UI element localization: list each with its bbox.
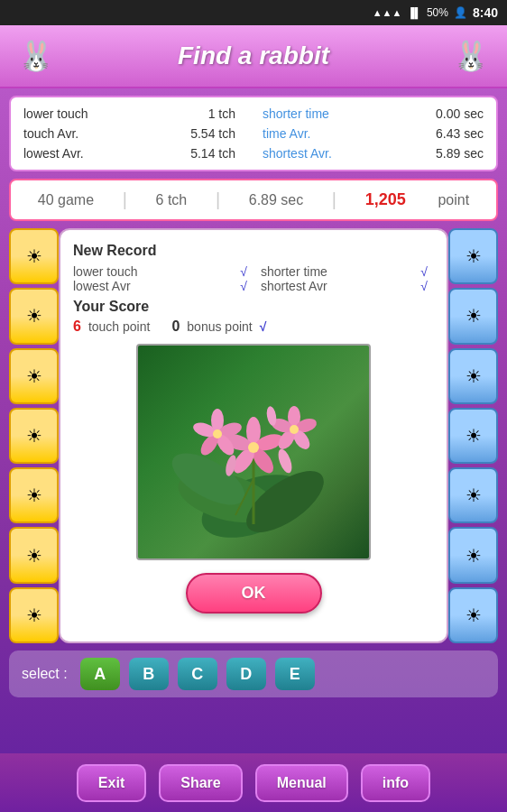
record-lower-touch: lower touch bbox=[73, 264, 234, 279]
right-card-4[interactable]: ☀ bbox=[448, 408, 498, 464]
lower-touch-label: lower touch bbox=[23, 105, 139, 123]
touch-avr-label: touch Avr. bbox=[23, 125, 139, 143]
battery-status: 50% bbox=[427, 6, 448, 19]
share-button[interactable]: Share bbox=[159, 764, 242, 802]
shortest-avr-value: 5.89 sec bbox=[369, 144, 484, 162]
select-btn-c[interactable]: C bbox=[178, 658, 217, 690]
new-record-title: New Record bbox=[73, 243, 434, 259]
page-title: Find a rabbit bbox=[178, 42, 329, 70]
stats-panel: lower touch 1 tch shorter time 0.00 sec … bbox=[9, 96, 498, 171]
select-btn-a[interactable]: A bbox=[80, 658, 120, 690]
bonus-num: 0 bbox=[171, 318, 180, 335]
right-card-2[interactable]: ☀ bbox=[448, 288, 498, 344]
svg-point-23 bbox=[290, 425, 299, 434]
touch-avr-value: 5.54 tch bbox=[139, 125, 254, 143]
your-score-title: Your Score bbox=[73, 299, 434, 315]
svg-point-24 bbox=[276, 448, 295, 475]
right-side-cards: ☀ ☀ ☀ ☀ ☀ ☀ ☀ bbox=[448, 228, 498, 643]
shorter-time-label: shorter time bbox=[254, 105, 369, 123]
header: 🐰 Find a rabbit 🐰 bbox=[0, 25, 507, 88]
select-btn-b[interactable]: B bbox=[129, 658, 169, 690]
right-card-7[interactable]: ☀ bbox=[448, 587, 498, 643]
svg-point-11 bbox=[248, 442, 259, 453]
left-side-cards: ☀ ☀ ☀ ☀ ☀ ☀ ☀ bbox=[9, 228, 59, 643]
record-shortest-avr: shortest Avr bbox=[254, 279, 414, 293]
svg-point-17 bbox=[213, 429, 222, 438]
right-card-3[interactable]: ☀ bbox=[448, 348, 498, 404]
check-shortest-avr: √ bbox=[414, 279, 434, 293]
touch-count: 6 tch bbox=[156, 192, 188, 208]
time-avr-value: 6.43 sec bbox=[369, 125, 484, 143]
clock-time: 8:40 bbox=[473, 5, 498, 20]
ok-button[interactable]: OK bbox=[186, 573, 322, 614]
lowest-avr-label: lowest Avr. bbox=[23, 144, 139, 162]
touch-num: 6 bbox=[73, 318, 81, 335]
menual-button[interactable]: Menual bbox=[255, 764, 348, 802]
lower-touch-value: 1 tch bbox=[139, 105, 254, 123]
bonus-check: √ bbox=[260, 319, 267, 334]
user-icon: 👤 bbox=[454, 6, 467, 19]
app-container: ▲▲▲ ▐▌ 50% 👤 8:40 🐰 Find a rabbit 🐰 lowe… bbox=[0, 0, 507, 812]
touch-desc: touch point bbox=[88, 319, 151, 334]
game-area: ☀ ☀ ☀ ☀ ☀ ☀ ☀ New Record lower touch √ s… bbox=[9, 228, 498, 643]
check-lower-touch: √ bbox=[234, 264, 254, 279]
time-score: 6.89 sec bbox=[249, 192, 303, 208]
point-label: point bbox=[438, 192, 469, 208]
check-lowest-avr: √ bbox=[234, 279, 254, 293]
select-label: select : bbox=[22, 666, 68, 682]
info-button[interactable]: info bbox=[361, 764, 430, 802]
shorter-time-value: 0.00 sec bbox=[369, 105, 484, 123]
score-bar: 40 game | 6 tch | 6.89 sec | 1,205 point bbox=[9, 179, 498, 221]
record-lowest-avr: lowest Avr bbox=[73, 279, 234, 293]
footer: Exit Share Menual info bbox=[0, 753, 507, 812]
flower-image bbox=[136, 344, 371, 560]
right-card-1[interactable]: ☀ bbox=[448, 228, 498, 284]
point-score: 1,205 bbox=[365, 190, 406, 209]
rabbit-left-icon: 🐰 bbox=[18, 39, 54, 73]
left-card-6[interactable]: ☀ bbox=[9, 527, 59, 583]
bonus-desc: bonus point bbox=[187, 319, 252, 334]
lowest-avr-value: 5.14 tch bbox=[139, 144, 254, 162]
left-card-7[interactable]: ☀ bbox=[9, 587, 59, 643]
left-card-2[interactable]: ☀ bbox=[9, 288, 59, 344]
game-count: 40 game bbox=[38, 192, 94, 208]
left-card-1[interactable]: ☀ bbox=[9, 228, 59, 284]
shortest-avr-label: shortest Avr. bbox=[254, 144, 369, 162]
signal-icon: ▐▌ bbox=[407, 7, 421, 18]
left-card-4[interactable]: ☀ bbox=[9, 408, 59, 464]
right-card-6[interactable]: ☀ bbox=[448, 527, 498, 583]
main-section: ☀ ☀ ☀ ☀ ☀ ☀ ☀ New Record lower touch √ s… bbox=[0, 228, 507, 812]
time-avr-label: time Avr. bbox=[254, 125, 369, 143]
rabbit-right-icon: 🐰 bbox=[453, 39, 489, 73]
left-card-5[interactable]: ☀ bbox=[9, 467, 59, 523]
result-dialog: New Record lower touch √ shorter time √ … bbox=[59, 228, 448, 643]
right-card-5[interactable]: ☀ bbox=[448, 467, 498, 523]
check-shorter-time: √ bbox=[414, 264, 434, 279]
status-bar: ▲▲▲ ▐▌ 50% 👤 8:40 bbox=[0, 0, 507, 25]
left-card-3[interactable]: ☀ bbox=[9, 348, 59, 404]
exit-button[interactable]: Exit bbox=[77, 764, 146, 802]
select-btn-d[interactable]: D bbox=[226, 658, 266, 690]
record-shorter-time: shorter time bbox=[254, 264, 414, 279]
select-bar: select : A B C D E bbox=[9, 651, 498, 697]
select-btn-e[interactable]: E bbox=[275, 658, 315, 690]
wifi-icon: ▲▲▲ bbox=[373, 7, 402, 18]
